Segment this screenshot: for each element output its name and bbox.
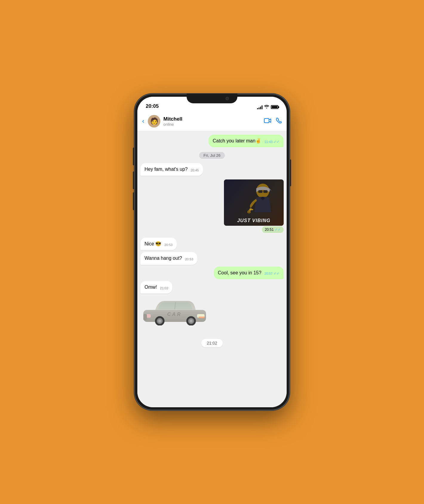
time-pill: 21:02: [201, 339, 222, 347]
battery-icon: [271, 105, 278, 109]
avatar-image: 🧑: [148, 115, 160, 127]
message-row: Hey fam, what's up? 20:45: [140, 163, 284, 176]
car-sticker-time: 21:02: [140, 339, 284, 347]
message-time: 20:57 ✓✓: [264, 271, 279, 276]
notch: [187, 94, 237, 103]
phone-call-icon[interactable]: [276, 117, 282, 125]
message-time: 20:53: [164, 243, 173, 247]
message-time: 20:53: [185, 257, 193, 262]
message-row: Catch you later man✌️ 11:43 ✓✓: [140, 135, 284, 147]
svg-rect-3: [258, 190, 262, 193]
header-actions: [264, 117, 282, 125]
status-time: 20:05: [146, 103, 159, 109]
sticker-row: JUST VIBING 20:51 ✓✓: [140, 179, 284, 235]
message-bubble: Nice 😎 20:53: [140, 238, 177, 250]
chat-area[interactable]: Catch you later man✌️ 11:43 ✓✓ Fri, Jul …: [137, 131, 287, 407]
video-call-icon[interactable]: [264, 117, 271, 125]
contact-info: Mitchell online: [163, 116, 261, 127]
message-bubble: Omw! 21:02: [140, 281, 172, 294]
contact-status: online: [163, 122, 261, 127]
car-sticker-row: CAR: [140, 297, 284, 327]
phone-wrapper: 20:05 ‹ 🧑: [134, 94, 290, 410]
back-button[interactable]: ‹: [142, 117, 144, 125]
chat-header: ‹ 🧑 Mitchell online: [137, 112, 287, 131]
message-time: 20:45: [191, 168, 199, 173]
message-text: Hey fam, what's up?: [145, 166, 188, 173]
message-bubble: Cool, see you in 15? 20:57 ✓✓: [214, 267, 284, 279]
message-row: Cool, see you in 15? 20:57 ✓✓: [140, 267, 284, 279]
svg-rect-10: [199, 316, 205, 318]
svg-point-14: [158, 319, 161, 322]
status-icons: [257, 105, 278, 109]
message-text: Wanna hang out?: [145, 255, 182, 262]
message-row: Nice 😎 20:53: [140, 238, 284, 250]
message-bubble: Wanna hang out? 20:53: [140, 252, 197, 265]
signal-icon: [257, 105, 262, 109]
message-text: Omw!: [145, 284, 157, 291]
phone-screen: 20:05 ‹ 🧑: [137, 97, 287, 407]
contact-name: Mitchell: [163, 116, 261, 122]
message-row: Omw! 21:02: [140, 281, 284, 294]
svg-rect-6: [250, 209, 253, 210]
svg-text:CAR: CAR: [167, 312, 182, 317]
sticker-time: 20:51 ✓✓: [262, 226, 284, 233]
message-text: Nice 😎: [145, 241, 161, 247]
svg-rect-18: [143, 314, 147, 320]
front-camera: [225, 97, 229, 100]
message-time: 11:43 ✓✓: [264, 139, 279, 145]
message-time: 21:02: [160, 286, 168, 291]
message-bubble: Catch you later man✌️ 11:43 ✓✓: [208, 135, 284, 147]
car-sticker: CAR: [140, 297, 209, 327]
date-pill: Fri, Jul 26: [199, 152, 225, 159]
message-text: Cool, see you in 15?: [218, 270, 262, 276]
date-separator: Fri, Jul 26: [140, 152, 284, 159]
svg-rect-0: [264, 119, 269, 123]
svg-rect-4: [263, 190, 268, 193]
wifi-icon: [264, 105, 269, 109]
message-bubble: Hey fam, what's up? 20:45: [140, 163, 203, 176]
just-vibing-sticker: JUST VIBING: [224, 179, 284, 226]
svg-point-17: [190, 319, 193, 322]
message-text: Catch you later man✌️: [213, 138, 261, 144]
message-row: Wanna hang out? 20:53: [140, 252, 284, 265]
just-vibing-label: JUST VIBING: [224, 218, 284, 223]
avatar[interactable]: 🧑: [148, 115, 160, 127]
